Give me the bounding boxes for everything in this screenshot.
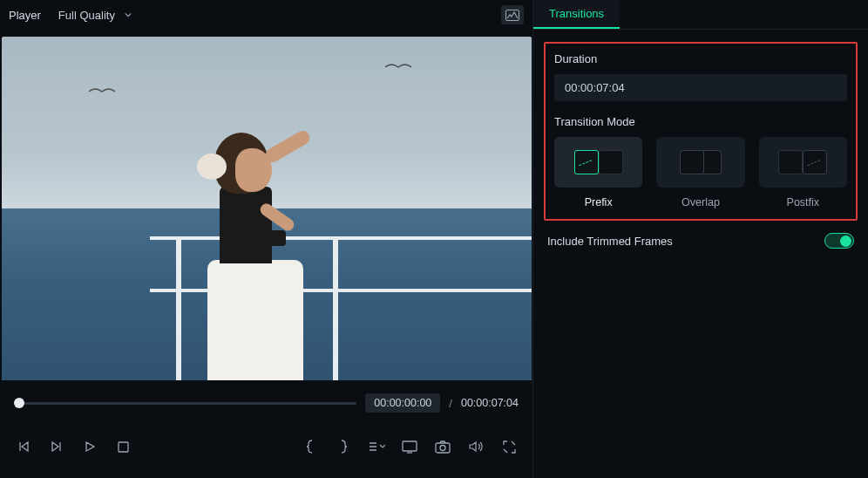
- svg-rect-3: [436, 443, 450, 453]
- mode-overlap: Overlap: [656, 137, 744, 208]
- screen-button[interactable]: [400, 437, 419, 456]
- quality-dropdown[interactable]: Full Quality: [53, 5, 138, 25]
- player-header: Player Full Quality: [0, 0, 532, 30]
- svg-rect-2: [403, 441, 417, 451]
- brace-open-icon: [305, 440, 315, 454]
- mode-postfix-button[interactable]: [759, 137, 847, 188]
- snapshot-button[interactable]: [433, 437, 452, 456]
- scrub-row: 00:00:00:00 / 00:00:07:04: [14, 389, 519, 417]
- screen-icon: [402, 440, 417, 454]
- play-next-icon: [50, 440, 64, 454]
- include-trimmed-toggle[interactable]: [824, 233, 854, 249]
- scrub-head[interactable]: [14, 398, 24, 408]
- play-next-button[interactable]: [47, 437, 66, 456]
- svg-rect-1: [119, 442, 128, 452]
- duration-label: Duration: [554, 52, 847, 65]
- stop-button[interactable]: [113, 437, 132, 456]
- image-waveform-icon: [505, 10, 519, 21]
- mode-overlap-label: Overlap: [682, 196, 720, 208]
- mark-in-button[interactable]: [301, 437, 320, 456]
- current-time[interactable]: 00:00:00:00: [365, 393, 440, 413]
- mode-prefix-label: Prefix: [585, 196, 613, 208]
- tab-bar: Transitions: [533, 0, 868, 30]
- video-viewer[interactable]: [0, 30, 532, 382]
- fullscreen-button[interactable]: [499, 437, 519, 456]
- include-trimmed-row: Include Trimmed Frames: [544, 231, 858, 250]
- transition-mode-row: Prefix Overlap Postfix: [554, 137, 847, 208]
- quality-value: Full Quality: [58, 9, 115, 22]
- mode-overlap-button[interactable]: [656, 137, 744, 188]
- play-icon: [83, 440, 97, 454]
- player-controls: 00:00:00:00 / 00:00:07:04: [0, 382, 532, 478]
- player-label: Player: [9, 9, 41, 22]
- video-frame: [2, 37, 532, 380]
- step-back-icon: [17, 440, 31, 454]
- highlighted-region: Duration Transition Mode Prefix Overlap: [544, 42, 858, 221]
- toggle-knob: [840, 236, 851, 247]
- markers-dropdown-button[interactable]: [367, 437, 386, 456]
- include-trimmed-label: Include Trimmed Frames: [547, 235, 673, 248]
- stop-icon: [117, 440, 130, 454]
- time-separator: /: [449, 397, 452, 410]
- brace-close-icon: [338, 440, 349, 454]
- duration-input[interactable]: [554, 74, 847, 101]
- volume-icon: [468, 440, 484, 454]
- camera-icon: [435, 440, 451, 454]
- overlay-toggle-button[interactable]: [501, 5, 524, 24]
- step-back-button[interactable]: [14, 437, 33, 456]
- volume-button[interactable]: [466, 437, 485, 456]
- mode-postfix-label: Postfix: [787, 196, 820, 208]
- chevron-down-icon: [124, 10, 132, 19]
- end-time: 00:00:07:04: [461, 397, 519, 409]
- tab-transitions[interactable]: Transitions: [533, 0, 620, 29]
- mode-prefix-button[interactable]: [554, 137, 642, 188]
- mode-prefix: Prefix: [554, 137, 642, 208]
- mode-postfix: Postfix: [759, 137, 847, 208]
- mark-out-button[interactable]: [334, 437, 353, 456]
- player-panel: Player Full Quality: [0, 0, 533, 478]
- svg-point-4: [440, 445, 445, 450]
- scrub-track[interactable]: [14, 402, 356, 405]
- properties-body: Duration Transition Mode Prefix Overlap: [533, 30, 868, 478]
- transport-buttons: [14, 429, 519, 464]
- properties-panel: Transitions Duration Transition Mode Pre…: [533, 0, 868, 478]
- play-button[interactable]: [80, 437, 99, 456]
- markers-dropdown-icon: [368, 440, 385, 454]
- fullscreen-icon: [503, 440, 516, 454]
- transition-mode-label: Transition Mode: [554, 115, 847, 128]
